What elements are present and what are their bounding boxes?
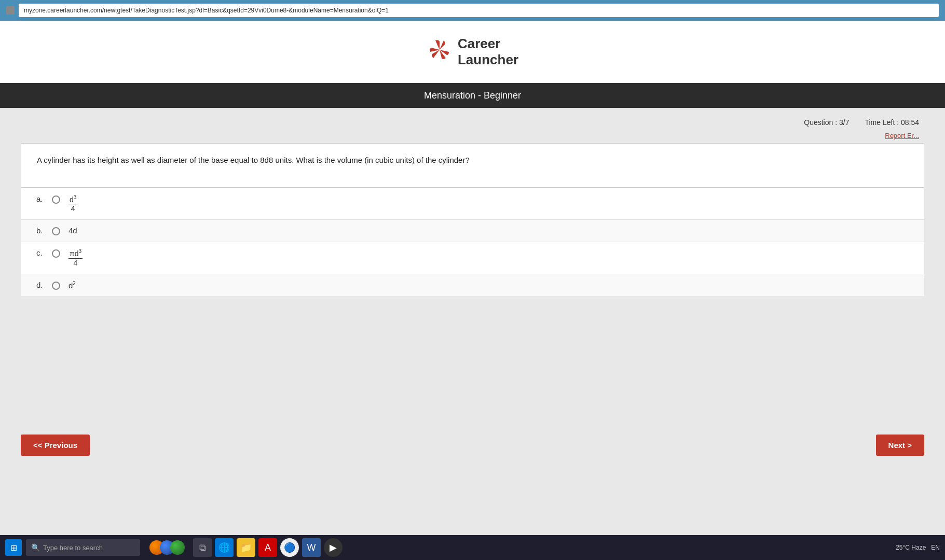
search-text: Type here to search — [43, 544, 103, 552]
taskbar-weather: 25°C Haze — [896, 544, 926, 551]
logo-line1: Career — [458, 36, 518, 52]
taskbar-app-edge[interactable]: 🌐 — [215, 538, 234, 557]
logo: Career Launcher — [427, 36, 518, 68]
option-a-label: a. — [36, 194, 47, 203]
logo-icon — [427, 37, 453, 67]
taskbar-right: 25°C Haze EN — [896, 544, 940, 551]
option-d-radio[interactable] — [52, 282, 60, 290]
nav-bar: << Previous Next > — [0, 424, 945, 466]
taskbar-app-folder[interactable]: 📁 — [237, 538, 255, 557]
option-c-radio[interactable] — [52, 249, 60, 258]
question-info-bar: Question : 3/7 Time Left : 08:54 — [21, 118, 924, 127]
option-d-label: d. — [36, 281, 47, 289]
option-d[interactable]: d. d2 — [21, 274, 924, 296]
report-error-line: Report Er... — [21, 131, 924, 140]
taskbar-app-media[interactable]: ▶ — [324, 538, 343, 557]
browser-chrome: myzone.careerlauncher.com/newtgtest/Take… — [0, 0, 945, 21]
balls-container — [149, 540, 185, 555]
fraction-c: πd3 4 — [69, 248, 83, 267]
option-c[interactable]: c. πd3 4 — [21, 242, 924, 273]
question-text: A cylinder has its height as well as dia… — [37, 154, 908, 166]
taskbar: ⊞ 🔍 Type here to search ⧉ 🌐 📁 A 🔵 W ▶ 25… — [0, 535, 945, 560]
time-left: Time Left : 08:54 — [865, 118, 919, 127]
taskbar-app-task-view[interactable]: ⧉ — [193, 538, 212, 557]
option-c-label: c. — [36, 248, 47, 257]
taskbar-app-chrome[interactable]: 🔵 — [280, 538, 299, 557]
next-button[interactable]: Next > — [876, 435, 924, 456]
fraction-a: d3 4 — [69, 194, 77, 213]
option-b[interactable]: b. 4d — [21, 219, 924, 242]
page-wrapper: Career Launcher Mensuration - Beginner Q… — [0, 21, 945, 560]
taskbar-app-word[interactable]: W — [302, 538, 321, 557]
site-header: Career Launcher — [0, 21, 945, 83]
option-a[interactable]: a. d3 4 — [21, 188, 924, 219]
search-icon: 🔍 — [31, 543, 40, 552]
taskbar-app-acrobat[interactable]: A — [258, 538, 277, 557]
green-ball — [170, 540, 185, 555]
taskbar-lang: EN — [931, 544, 940, 551]
browser-icon — [6, 6, 15, 15]
url-bar[interactable]: myzone.careerlauncher.com/newtgtest/Take… — [19, 4, 939, 17]
option-a-radio[interactable] — [52, 195, 60, 204]
option-b-radio[interactable] — [52, 227, 60, 235]
option-a-formula: d3 4 — [69, 194, 77, 213]
previous-button[interactable]: << Previous — [21, 435, 90, 456]
logo-line2: Launcher — [458, 52, 518, 68]
question-counter: Question : 3/7 — [804, 118, 849, 127]
module-banner: Mensuration - Beginner — [0, 83, 945, 108]
content-area: Question : 3/7 Time Left : 08:54 Report … — [0, 108, 945, 419]
module-title: Mensuration - Beginner — [424, 90, 521, 101]
logo-text: Career Launcher — [458, 36, 518, 68]
taskbar-search[interactable]: 🔍 Type here to search — [26, 539, 140, 556]
option-c-formula: πd3 4 — [69, 248, 83, 267]
denominator-c: 4 — [73, 259, 79, 268]
option-b-label: b. — [36, 226, 47, 235]
start-button[interactable]: ⊞ — [5, 539, 22, 556]
question-box: A cylinder has its height as well as dia… — [21, 143, 924, 188]
numerator-c: πd3 — [69, 248, 83, 258]
option-d-formula: d2 — [69, 281, 76, 290]
report-error-link[interactable]: Report Er... — [885, 132, 919, 139]
taskbar-apps: ⧉ 🌐 📁 A 🔵 W ▶ — [193, 538, 343, 557]
denominator-a: 4 — [70, 204, 76, 213]
option-b-formula: 4d — [69, 226, 77, 235]
numerator-a: d3 — [69, 194, 77, 204]
